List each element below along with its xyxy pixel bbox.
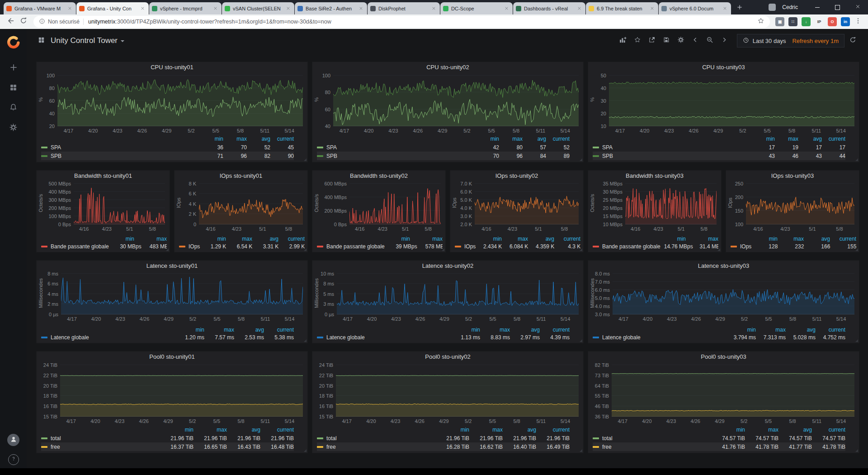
legend-series-name[interactable]: SPB: [51, 153, 61, 159]
add-panel-button[interactable]: [617, 35, 629, 47]
legend-series-name[interactable]: SPA: [602, 144, 613, 151]
panel-title[interactable]: IOps sto-unity01: [175, 171, 307, 181]
panel-title[interactable]: Latence sto-unity01: [37, 261, 307, 271]
chart[interactable]: [337, 271, 579, 314]
panel-title[interactable]: Latence sto-unity02: [312, 261, 583, 271]
panel-title[interactable]: CPU sto-unity02: [312, 62, 583, 73]
legend-column-header[interactable]: avg: [786, 327, 816, 333]
panel-title[interactable]: CPU sto-unity03: [588, 62, 859, 73]
legend-column-header[interactable]: min: [102, 236, 134, 242]
legend-column-header[interactable]: min: [200, 136, 223, 142]
panel-title[interactable]: Pool0 sto-unity01: [37, 352, 307, 362]
chart[interactable]: [475, 181, 579, 224]
sidebar-item-create[interactable]: [0, 58, 27, 78]
legend-column-header[interactable]: avg: [510, 327, 540, 333]
star-dashboard-button[interactable]: [631, 35, 644, 47]
tab-close-icon[interactable]: [357, 5, 364, 12]
legend-column-header[interactable]: min: [476, 236, 502, 242]
panel-title[interactable]: Bandwidth sto-unity03: [588, 171, 721, 181]
legend-column-header[interactable]: min: [175, 327, 204, 333]
legend-column-header[interactable]: avg: [252, 236, 278, 242]
legend-column-header[interactable]: current: [822, 136, 845, 142]
legend-column-header[interactable]: min: [653, 236, 686, 242]
browser-menu-button[interactable]: [854, 17, 862, 26]
legend-column-header[interactable]: current: [536, 427, 570, 433]
legend-column-header[interactable]: avg: [503, 427, 536, 433]
reload-button[interactable]: [17, 15, 30, 28]
refresh-dashboard-button[interactable]: [846, 35, 859, 47]
tab-close-icon[interactable]: [721, 5, 728, 12]
legend-column-header[interactable]: max: [223, 136, 247, 142]
chart[interactable]: [625, 181, 717, 224]
panel-title[interactable]: IOps sto-unity02: [450, 171, 583, 181]
legend-column-header[interactable]: current: [264, 327, 294, 333]
legend-column-header[interactable]: min: [200, 236, 226, 242]
help-button[interactable]: [8, 454, 19, 465]
browser-tab[interactable]: vSAN Cluster(SELEN: [222, 2, 294, 14]
legend-series-name[interactable]: IOps: [464, 243, 476, 250]
tab-close-icon[interactable]: [576, 5, 583, 12]
legend-series-name[interactable]: IOps: [740, 243, 751, 250]
legend-column-header[interactable]: current: [554, 236, 580, 242]
legend-series-name[interactable]: Latence globale: [326, 334, 365, 341]
legend-column-header[interactable]: current: [812, 427, 845, 433]
tab-close-icon[interactable]: [648, 5, 656, 12]
legend-column-header[interactable]: max: [756, 327, 786, 333]
legend-column-header[interactable]: max: [226, 236, 252, 242]
legend-column-header[interactable]: avg: [778, 427, 812, 433]
linkedin-extension-icon[interactable]: in: [841, 17, 850, 26]
legend-column-header[interactable]: max: [502, 236, 528, 242]
legend-column-header[interactable]: avg: [804, 236, 830, 242]
legend-column-header[interactable]: max: [775, 136, 798, 142]
legend-series-name[interactable]: SPB: [602, 153, 613, 159]
profile-badge-icon[interactable]: [769, 4, 776, 11]
panel-title[interactable]: Latence sto-unity03: [588, 261, 859, 271]
new-tab-button[interactable]: [734, 3, 745, 14]
zoom-out-button[interactable]: [703, 35, 716, 47]
dashboard-title[interactable]: Unity Control Tower: [51, 36, 118, 45]
legend-column-header[interactable]: avg: [523, 136, 546, 142]
legend-series-name[interactable]: free: [326, 444, 336, 450]
legend-column-header[interactable]: max: [686, 236, 718, 242]
chart[interactable]: [336, 362, 579, 417]
legend-column-header[interactable]: max: [469, 427, 503, 433]
sidebar-item-alerting[interactable]: [0, 98, 27, 118]
chart[interactable]: [57, 73, 303, 126]
address-bar[interactable]: Non sécurisé unitymetrix:3000/d/TP4ZpBWi…: [33, 16, 770, 28]
bookmark-star-button[interactable]: [752, 17, 770, 26]
legend-series-name[interactable]: total: [602, 435, 613, 442]
legend-column-header[interactable]: max: [778, 236, 804, 242]
legend-column-header[interactable]: min: [751, 136, 775, 142]
time-shift-forward-button[interactable]: [718, 35, 731, 47]
legend-series-name[interactable]: Bande passante globale: [51, 243, 109, 250]
tab-close-icon[interactable]: [212, 5, 219, 12]
chart[interactable]: [609, 73, 854, 126]
browser-tab[interactable]: Grafana - Unity Con: [76, 2, 149, 14]
legend-column-header[interactable]: max: [499, 136, 523, 142]
legend-column-header[interactable]: avg: [247, 136, 270, 142]
legend-column-header[interactable]: min: [751, 236, 778, 242]
tab-close-icon[interactable]: [284, 5, 292, 12]
legend-series-name[interactable]: IOps: [189, 243, 200, 250]
chart[interactable]: [333, 73, 579, 126]
legend-column-header[interactable]: max: [204, 327, 234, 333]
close-button[interactable]: [848, 0, 868, 14]
legend-column-header[interactable]: max: [480, 327, 510, 333]
legend-column-header[interactable]: min: [712, 427, 745, 433]
share-dashboard-button[interactable]: [646, 35, 658, 47]
legend-series-name[interactable]: SPA: [51, 144, 61, 151]
legend-series-name[interactable]: Bande passante globale: [326, 243, 385, 250]
legend-series-name[interactable]: Latence globale: [602, 334, 641, 341]
tab-close-icon[interactable]: [139, 5, 146, 12]
security-chip[interactable]: Non sécurisé: [33, 18, 83, 26]
minimize-button[interactable]: [807, 0, 827, 14]
ip-extension-icon[interactable]: IP: [815, 17, 824, 26]
panel-title[interactable]: CPU sto-unity01: [37, 62, 307, 73]
url-text[interactable]: unitymetrix:3000/d/TP4ZpBWik/unity-contr…: [88, 19, 752, 25]
legend-column-header[interactable]: current: [546, 136, 570, 142]
maximize-button[interactable]: [827, 0, 848, 14]
legend-column-header[interactable]: avg: [528, 236, 554, 242]
chart[interactable]: [60, 362, 303, 417]
tab-close-icon[interactable]: [503, 5, 510, 12]
legend-column-header[interactable]: current: [830, 236, 856, 242]
